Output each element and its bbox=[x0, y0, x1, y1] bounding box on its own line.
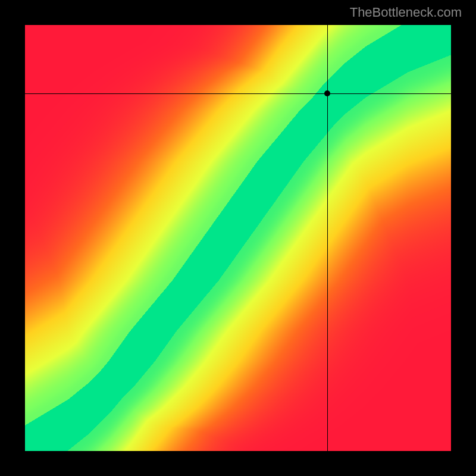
crosshair-vertical bbox=[327, 25, 328, 451]
marker-dot bbox=[324, 90, 330, 96]
watermark-text: TheBottleneck.com bbox=[350, 5, 462, 20]
heatmap-canvas bbox=[25, 25, 451, 451]
heatmap-plot bbox=[25, 25, 451, 451]
crosshair-horizontal bbox=[25, 93, 451, 94]
